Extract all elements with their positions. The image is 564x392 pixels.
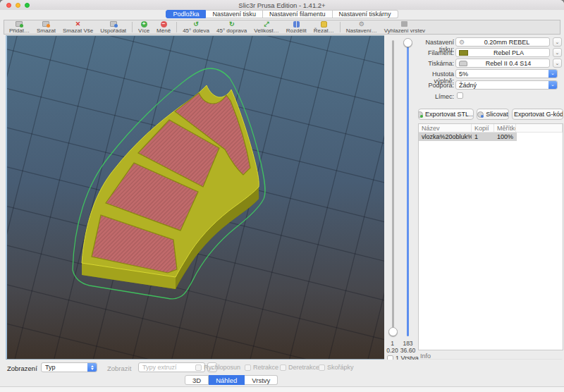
rychloposun-label: Rychloposun	[204, 364, 240, 371]
printer-select[interactable]: Rebel II 0.4 S14	[455, 59, 550, 68]
delete-icon	[42, 21, 49, 27]
tab-nastaveni-tiskarny[interactable]: Nastavení tiskárny	[333, 10, 398, 18]
rotate-right-button[interactable]: ↻ 45° doprava	[213, 20, 250, 34]
column-scale[interactable]: Měřítko	[494, 124, 516, 132]
delete-button[interactable]: Smazat	[33, 20, 59, 34]
rotate-left-button[interactable]: ↺ 45° doleva	[179, 20, 213, 34]
tab-podlozka[interactable]: Podložka	[166, 10, 206, 18]
layer-slider-strip: 1183 0.2036.60 1 Vrstva	[386, 35, 417, 364]
layer-number-labels: 1183	[386, 340, 417, 347]
toolbar-label: 45° doprava	[216, 27, 247, 34]
layer-height-labels: 0.2036.60	[386, 347, 417, 354]
retrakce-checkbox-row: Retrakce	[245, 364, 278, 371]
chevron-down-icon: ⌄	[548, 69, 557, 78]
support-value: Žádný	[456, 82, 548, 89]
delete-all-button[interactable]: ✕ Smazat Vše	[59, 20, 97, 34]
support-label: Podpora:	[417, 82, 454, 89]
tab-nastaveni-filamentu[interactable]: Nastavení filamentu	[263, 10, 333, 18]
column-name[interactable]: Název	[419, 124, 472, 132]
printer-icon	[459, 61, 467, 66]
layer-editing-button[interactable]: Vyhlazení vrstev	[381, 20, 429, 34]
view-mode-segmented-control: 3D Náhled Vrstvy	[185, 375, 278, 385]
tab-nastaveni-tisku[interactable]: Nastavení tisku	[206, 10, 263, 18]
slice-button[interactable]: Slicovat	[477, 109, 509, 120]
more-copies-button[interactable]: + Více	[135, 20, 153, 34]
layers-icon	[401, 21, 407, 27]
toolbar-label: Řezat…	[314, 27, 334, 34]
toolbar-label: Více	[138, 27, 149, 34]
printer-value: Rebel II 0.4 S14	[467, 60, 549, 67]
filament-dropdown-button[interactable]: ⌄	[553, 48, 562, 57]
export-stl-button[interactable]: Exportovat STL…	[418, 109, 474, 120]
toolbar-label: Přidat…	[9, 27, 30, 34]
layer-min-slider-thumb[interactable]	[388, 327, 398, 336]
status-bar	[0, 386, 564, 392]
gear-icon: ⚙	[459, 39, 465, 46]
view-type-select[interactable]: Typ	[41, 362, 97, 372]
fewer-copies-button[interactable]: − Méně	[153, 20, 174, 34]
arrange-icon	[110, 21, 117, 27]
max-layer-value: 183	[399, 340, 417, 347]
toolbar-label: Nastavení…	[346, 27, 377, 34]
printer-label: Tiskárna:	[417, 60, 454, 67]
toolbar-separator	[132, 22, 133, 32]
infill-select[interactable]: 5% ⌄	[455, 69, 558, 78]
slice-icon	[477, 111, 484, 118]
toolbar-label: Uspořádat	[100, 27, 126, 34]
layer-max-slider[interactable]	[407, 40, 409, 336]
deretrakce-label: Deretrakce	[288, 364, 319, 371]
toolbar-separator	[176, 22, 177, 32]
toolbar-separator	[340, 22, 341, 32]
object-settings-button[interactable]: ⚙ Nastavení…	[343, 20, 381, 34]
deretrakce-checkbox-row: Deretrakce	[280, 364, 319, 371]
delete-all-icon: ✕	[75, 21, 81, 27]
print-settings-select[interactable]: ⚙ 0.20mm REBEL	[455, 37, 550, 47]
scale-icon: ⤢	[264, 21, 269, 27]
support-select[interactable]: Žádný ⌄	[455, 80, 558, 90]
stepper-arrows-icon	[87, 362, 97, 372]
layer-min-slider[interactable]	[392, 40, 394, 336]
deretrakce-checkbox[interactable]	[280, 365, 286, 371]
cut-button[interactable]: Řezat…	[310, 20, 338, 34]
export-gcode-button[interactable]: Exportovat G-kód…	[512, 109, 563, 120]
skorapky-checkbox-row: Skořápky	[319, 364, 354, 371]
object-list-table[interactable]: Název Kopií Měřítko vlozka%20obluk%204.s…	[418, 123, 563, 350]
chevron-down-icon: ⌄	[548, 80, 557, 90]
preview-3d-viewport[interactable]	[6, 35, 384, 360]
toolbar-label: Smazat	[37, 27, 56, 34]
rychloposun-checkbox[interactable]	[195, 365, 202, 371]
view-mode-label: Zobrazení	[7, 365, 37, 372]
rotate-ccw-icon: ↺	[193, 21, 199, 27]
export-stl-icon	[418, 111, 423, 118]
toolbar-label: Vyhlazení vrstev	[384, 27, 425, 34]
skorapky-label: Skořápky	[327, 364, 354, 371]
retrakce-checkbox[interactable]	[245, 365, 251, 371]
printer-dropdown-button[interactable]: ⌄	[553, 59, 562, 68]
max-height-value: 36.60	[399, 347, 417, 354]
filament-label: Filament:	[417, 49, 454, 56]
print-settings-dropdown-button[interactable]: ⌄	[553, 37, 562, 47]
column-copies[interactable]: Kopií	[472, 124, 494, 132]
toolbar-label: Velikost…	[254, 27, 279, 34]
slice-label: Slicovat	[486, 111, 508, 118]
view-mode-3d-button[interactable]: 3D	[185, 375, 209, 385]
arrange-button[interactable]: Uspořádat	[97, 20, 130, 34]
layer-max-slider-thumb[interactable]	[403, 38, 412, 47]
skorapky-checkbox[interactable]	[319, 365, 325, 371]
settings-panel: Nastavení tisku: ⚙ 0.20mm REBEL ⌄ Filame…	[417, 35, 564, 386]
object-row-selected[interactable]: vlozka%20obluk%204.stl 1 100%	[419, 133, 517, 141]
show-label: Zobrazit	[107, 365, 131, 372]
scale-button[interactable]: ⤢ Velikost…	[250, 20, 283, 34]
view-mode-layers-button[interactable]: Vrstvy	[245, 375, 278, 385]
split-button[interactable]: Rozdělit	[283, 20, 310, 34]
object-copies: 1	[472, 133, 494, 141]
brim-checkbox[interactable]	[457, 92, 463, 99]
toolbar-label: Méně	[157, 27, 171, 34]
rotate-cw-icon: ↻	[229, 21, 235, 27]
filament-select[interactable]: Rebel PLA	[455, 48, 550, 57]
min-height-value: 0.20	[386, 347, 399, 354]
view-mode-preview-button[interactable]: Náhled	[209, 375, 245, 385]
add-button[interactable]: Přidat…	[6, 20, 33, 34]
print-settings-value: 0.20mm REBEL	[465, 39, 549, 46]
bottom-bar: Zobrazení Typ Zobrazit Typy extruzí ⌄ Ry…	[0, 360, 564, 386]
